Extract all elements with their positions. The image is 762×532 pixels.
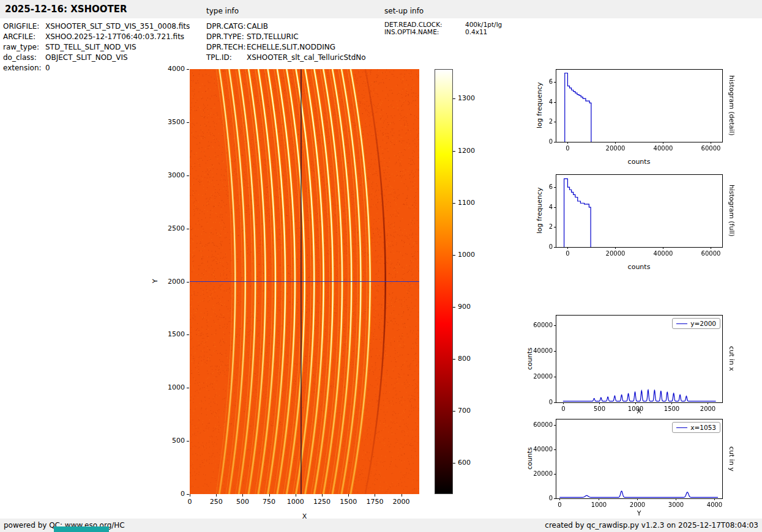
setup-info-heading: set-up info <box>384 7 424 15</box>
hist-detail-xlabel: counts <box>556 158 722 166</box>
main-x-tick-mark <box>296 494 296 497</box>
main-y-tick-mark <box>187 494 189 495</box>
legend-cut-y-label: x=1053 <box>690 424 716 431</box>
main-y-tick-mark <box>187 122 189 123</box>
colorbar-tick-mark <box>453 255 455 256</box>
main-y-tick-label: 2000 <box>157 278 185 286</box>
cut-x-title: cut in x <box>727 315 736 402</box>
main-x-tick-mark <box>190 494 190 497</box>
dprtype-value: STD,TELLURIC <box>247 32 299 41</box>
main-x-tick-label: 2000 <box>389 498 414 506</box>
hist-full-xlabel: counts <box>556 263 722 271</box>
dprtype-label: DPR.TYPE: <box>206 32 244 41</box>
colorbar-tick-label: 600 <box>458 459 471 467</box>
extension-value: 0 <box>45 64 50 72</box>
main-y-tick-label: 2500 <box>157 224 185 232</box>
legend-cut-y: x=1053 <box>672 422 720 433</box>
status-strip <box>54 526 109 532</box>
main-x-tick-label: 0 <box>177 498 202 506</box>
main-x-tick-mark <box>402 494 402 497</box>
cut-y-title: cut in y <box>727 419 736 498</box>
hist-detail-title: histogram (detail) <box>727 69 736 142</box>
readclock-label: DET.READ.CLOCK: <box>384 21 443 28</box>
colorbar-tick-label: 800 <box>458 355 471 363</box>
legend-line-icon <box>676 323 687 324</box>
cut-y-xlabel: Y <box>556 509 722 517</box>
colorbar-tick-label: 1200 <box>458 147 475 155</box>
tplid-label: TPL.ID: <box>206 53 232 62</box>
main-y-tick-mark <box>187 388 189 388</box>
dprtech-value: ECHELLE,SLIT,NODDING <box>247 43 335 51</box>
main-y-tick-label: 500 <box>157 437 185 445</box>
dprcatg-value: CALIB <box>247 22 268 31</box>
colorbar-tick-label: 1100 <box>458 199 475 207</box>
legend-cut-x: y=2000 <box>672 318 720 329</box>
main-y-tick-mark <box>187 334 189 335</box>
colorbar-tick-mark <box>453 307 455 308</box>
tplid-value: XSHOOTER_slt_cal_TelluricStdNo <box>247 53 366 62</box>
doclass-label: do_class: <box>3 53 37 62</box>
opti4-label: INS.OPTI4.NAME: <box>384 28 439 35</box>
colorbar-tick-label: 900 <box>458 303 471 311</box>
main-y-tick-label: 0 <box>157 490 185 498</box>
main-x-tick-label: 750 <box>257 498 282 506</box>
main-y-tick-label: 3500 <box>157 118 185 126</box>
colorbar-tick-mark <box>453 203 455 204</box>
type-info-heading: type info <box>206 7 239 15</box>
colorbar-tick-mark <box>453 359 455 360</box>
legend-cut-x-label: y=2000 <box>690 320 716 327</box>
main-x-tick-label: 500 <box>230 498 255 506</box>
main-y-tick-label: 1000 <box>157 383 185 391</box>
header-bar: 2025-12-16: XSHOOTER type info set-up in… <box>0 0 762 18</box>
qc-report-page: 2025-12-16: XSHOOTER type info set-up in… <box>0 0 762 532</box>
main-y-tick-mark <box>187 175 189 176</box>
main-x-tick-mark <box>269 494 270 497</box>
main-x-tick-label: 1250 <box>310 498 334 506</box>
dprtech-label: DPR.TECH: <box>206 43 246 51</box>
main-y-tick-label: 1500 <box>157 330 185 338</box>
colorbar-tick-mark <box>453 98 455 99</box>
page-title: 2025-12-16: XSHOOTER <box>5 4 127 15</box>
main-x-tick-label: 250 <box>204 498 228 506</box>
main-y-tick-mark <box>187 69 189 70</box>
main-x-tick-mark <box>242 494 243 497</box>
footer-right-text: created by qc_rawdisp.py v1.2.3 on 2025-… <box>545 521 758 530</box>
main-x-tick-label: 1000 <box>283 498 308 506</box>
colorbar-tick-mark <box>453 151 455 152</box>
main-y-tick-mark <box>187 282 189 283</box>
colorbar-tick-label: 1300 <box>458 94 475 102</box>
origfile-value: XSHOOTER_SLT_STD_VIS_351_0008.fits <box>45 22 190 31</box>
dprcatg-label: DPR.CATG: <box>206 22 246 31</box>
main-x-tick-label: 1500 <box>336 498 360 506</box>
main-y-tick-label: 3000 <box>157 171 185 179</box>
rawtype-label: raw_type: <box>3 43 39 51</box>
extension-label: extension: <box>3 64 42 72</box>
opti4-value: 0.4x11 <box>465 28 487 35</box>
histogram-detail-canvas <box>520 64 733 156</box>
main-x-tick-mark <box>216 494 217 497</box>
histogram-full-canvas <box>520 169 733 261</box>
colorbar-tick-mark <box>453 463 455 464</box>
colorbar <box>435 69 453 494</box>
colorbar-tick-label: 700 <box>458 407 471 415</box>
main-x-tick-mark <box>348 494 349 497</box>
readclock-value: 400k/1pt/lg <box>465 21 502 28</box>
main-y-tick-mark <box>187 441 189 441</box>
origfile-label: ORIGFILE: <box>3 22 39 31</box>
hist-full-title: histogram (full) <box>727 174 736 247</box>
arcfile-value: XSHOO.2025-12-17T06:40:03.721.fits <box>45 32 184 41</box>
main-y-tick-mark <box>187 229 189 229</box>
main-x-tick-mark <box>375 494 375 497</box>
doclass-value: OBJECT_SLIT_NOD_VIS <box>45 53 128 62</box>
colorbar-tick-mark <box>453 411 455 412</box>
raw-frame-canvas <box>190 69 419 494</box>
footer-bar: powered by QC: www.eso.org/HC created by… <box>0 519 762 532</box>
main-y-tick-label: 4000 <box>157 65 185 73</box>
arcfile-label: ARCFILE: <box>3 32 35 41</box>
colorbar-tick-label: 1000 <box>458 251 475 259</box>
main-x-tick-label: 1750 <box>362 498 387 506</box>
main-x-tick-mark <box>322 494 323 497</box>
legend-line-icon <box>676 427 687 428</box>
rawtype-value: STD_TELL_SLIT_NOD_VIS <box>45 43 136 51</box>
